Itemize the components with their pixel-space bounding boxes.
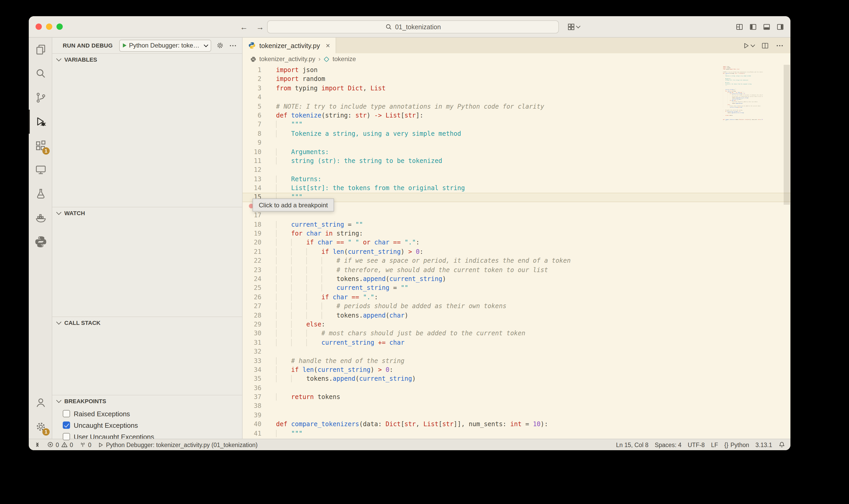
toggle-secondary-sidebar-icon[interactable] xyxy=(776,23,784,31)
sidebar-item-extensions[interactable]: 1 xyxy=(29,134,52,158)
problems-indicator[interactable]: 0 0 xyxy=(47,442,73,448)
code-text[interactable]: Returns: xyxy=(261,175,321,184)
line-number[interactable]: 27 xyxy=(243,302,261,311)
minimize-window-button[interactable] xyxy=(46,23,52,30)
breadcrumb-item-file[interactable]: tokenizer_activity.py xyxy=(259,55,315,63)
sidebar-item-docker[interactable] xyxy=(29,206,52,230)
section-breakpoints[interactable]: BREAKPOINTS xyxy=(52,395,242,406)
debug-session-status[interactable]: Python Debugger: tokenizer_activity.py (… xyxy=(98,442,258,448)
code-text[interactable]: """ xyxy=(261,120,302,129)
line-number[interactable]: 21 xyxy=(243,248,261,257)
code-text[interactable] xyxy=(261,402,276,411)
code-text[interactable]: Tokenize a string, using a very simple m… xyxy=(723,75,751,77)
sidebar-item-remote-explorer[interactable] xyxy=(29,158,52,182)
minimap[interactable]: import jsonimport randomfrom typing impo… xyxy=(723,66,763,431)
code-text[interactable]: current_string += char xyxy=(723,107,742,108)
code-text[interactable]: List[str]: the tokens from the original … xyxy=(261,184,465,193)
sidebar-item-search[interactable] xyxy=(29,61,52,86)
line-number[interactable]: 25 xyxy=(243,284,261,293)
code-text[interactable]: # periods should be added as their own t… xyxy=(261,302,506,311)
toggle-primary-sidebar-icon[interactable] xyxy=(749,23,757,31)
sidebar-item-python[interactable] xyxy=(29,230,52,254)
code-text[interactable]: if len(current_string) > 0: xyxy=(261,248,423,257)
code-editor[interactable]: 1import json2import random3from typing i… xyxy=(243,65,791,439)
customize-layout-icon[interactable] xyxy=(735,23,743,31)
code-text[interactable]: string (str): the string to be tokenized xyxy=(723,79,748,81)
code-text[interactable]: if char == ".": xyxy=(261,293,378,302)
code-text[interactable]: else: xyxy=(261,320,325,329)
debug-configuration-select[interactable]: Python Debugger: tokenizer xyxy=(119,39,211,51)
start-debugging-icon[interactable] xyxy=(123,43,126,48)
code-text[interactable]: tokens.append(char) xyxy=(261,311,408,320)
code-text[interactable]: tokens.append(current_string) xyxy=(723,112,744,113)
breakpoint-item[interactable]: Raised Exceptions xyxy=(52,408,242,419)
code-text[interactable] xyxy=(261,411,276,420)
line-number[interactable]: 14 xyxy=(243,184,261,193)
settings-button[interactable]: 1 xyxy=(29,415,52,439)
sidebar-item-testing[interactable] xyxy=(29,182,52,206)
code-text[interactable]: def compare_tokenizers(data: Dict[str, L… xyxy=(261,420,548,429)
code-text[interactable]: def compare_tokenizers(data: Dict[str, L… xyxy=(723,119,763,120)
code-text[interactable]: Tokenize a string, using a very simple m… xyxy=(261,129,461,139)
code-text[interactable]: from typing import Dict, List xyxy=(261,84,385,93)
line-number[interactable]: 7 xyxy=(243,120,261,129)
notifications-bell-icon[interactable] xyxy=(778,441,785,448)
line-number[interactable]: 1 xyxy=(243,66,261,75)
line-number[interactable]: 35 xyxy=(243,375,261,384)
code-text[interactable]: current_string = "" xyxy=(261,220,363,229)
checkbox[interactable] xyxy=(63,410,70,417)
line-number[interactable]: 20 xyxy=(243,238,261,248)
code-text[interactable]: from typing import Dict, List xyxy=(723,68,740,70)
code-text[interactable]: Arguments: xyxy=(261,147,329,157)
code-text[interactable]: for char in string: xyxy=(261,229,363,238)
checkbox[interactable] xyxy=(63,421,70,429)
code-text[interactable] xyxy=(261,93,276,102)
line-number[interactable]: 24 xyxy=(243,275,261,284)
line-number[interactable]: 29 xyxy=(243,320,261,329)
profile-boxes-menu[interactable] xyxy=(567,16,580,37)
code-text[interactable]: """ xyxy=(261,429,302,438)
code-text[interactable]: current_string = "" xyxy=(261,284,408,293)
more-actions-icon[interactable] xyxy=(229,41,237,49)
line-number[interactable]: 38 xyxy=(243,402,261,411)
breakpoint-item[interactable]: Uncaught Exceptions xyxy=(52,419,242,431)
code-text[interactable]: if len(current_string) > 0: xyxy=(261,365,393,375)
eol-sequence[interactable]: LF xyxy=(711,442,718,448)
code-text[interactable]: # most chars should just be added to the… xyxy=(261,329,525,339)
code-text[interactable]: # therefore, we should add the current t… xyxy=(261,266,548,275)
line-number[interactable]: 19 xyxy=(243,229,261,238)
section-watch[interactable]: WATCH xyxy=(52,207,242,218)
close-window-button[interactable] xyxy=(36,23,42,30)
python-version[interactable]: 3.13.1 xyxy=(756,442,772,448)
language-mode[interactable]: {} Python xyxy=(724,442,749,448)
code-text[interactable] xyxy=(261,211,276,220)
sidebar-item-source-control[interactable] xyxy=(29,86,52,110)
line-number[interactable]: 23 xyxy=(243,266,261,275)
line-number[interactable]: 26 xyxy=(243,293,261,302)
command-center-search[interactable]: 01_tokenization xyxy=(267,20,559,33)
code-text[interactable]: import json xyxy=(261,66,317,75)
indentation[interactable]: Spaces: 4 xyxy=(655,442,681,448)
code-text[interactable]: return tokens xyxy=(261,393,340,402)
line-number[interactable]: 2 xyxy=(243,75,261,84)
line-number[interactable]: 11 xyxy=(243,157,261,166)
line-number[interactable]: 34 xyxy=(243,365,261,375)
line-number[interactable]: 12 xyxy=(243,166,261,175)
close-tab-icon[interactable]: × xyxy=(326,42,330,49)
section-variables[interactable]: VARIABLES xyxy=(52,53,242,65)
run-python-file-button[interactable] xyxy=(742,41,755,49)
line-number[interactable]: 6 xyxy=(243,111,261,120)
line-number[interactable]: 22 xyxy=(243,256,261,266)
code-text[interactable]: import random xyxy=(261,75,325,84)
split-editor-icon[interactable] xyxy=(761,41,769,49)
line-number[interactable]: 10 xyxy=(243,147,261,157)
code-text[interactable]: # NOTE: I try to include type annotation… xyxy=(261,102,544,111)
code-text[interactable]: current_string += char xyxy=(261,338,404,347)
line-number[interactable]: 3 xyxy=(243,84,261,93)
code-text[interactable]: # handle the end of the string xyxy=(261,357,404,365)
code-text[interactable]: def tokenize(string: str) -> List[str]: xyxy=(261,111,423,120)
code-text[interactable]: return tokens xyxy=(723,115,733,116)
more-actions-icon[interactable] xyxy=(776,41,784,49)
line-number[interactable]: 37 xyxy=(243,393,261,402)
code-text[interactable]: """ xyxy=(723,120,727,122)
